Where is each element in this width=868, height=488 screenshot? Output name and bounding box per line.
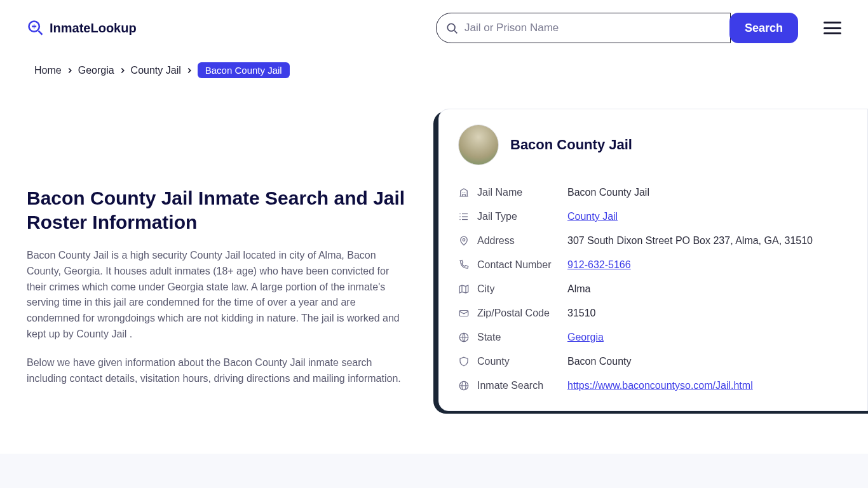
info-card-wrap: Bacon County Jail Jail NameBacon County …	[433, 104, 868, 411]
row-label: State	[477, 332, 560, 343]
hamburger-menu-icon[interactable]	[824, 22, 841, 34]
row-label: County	[477, 356, 560, 367]
main: Bacon County Jail Inmate Search and Jail…	[0, 78, 868, 411]
row-value[interactable]: 912-632-5166	[567, 259, 631, 271]
info-row: Jail NameBacon County Jail	[458, 180, 848, 205]
shield-icon	[458, 356, 470, 367]
row-value: 307 South Dixon Street PO Box 237, Alma,…	[567, 235, 813, 247]
magnify-glass-icon	[27, 19, 44, 37]
breadcrumb-state[interactable]: Georgia	[78, 65, 114, 76]
row-value: Alma	[567, 283, 590, 295]
info-row: Inmate Searchhttps://www.baconcountyso.c…	[458, 374, 848, 398]
chevron-right-icon	[185, 66, 194, 75]
list-icon	[458, 211, 470, 222]
map-icon	[458, 283, 470, 295]
breadcrumb: Home Georgia County Jail Bacon County Ja…	[0, 56, 868, 78]
svg-point-11	[459, 219, 461, 220]
row-value[interactable]: https://www.baconcountyso.com/Jail.html	[567, 380, 753, 391]
svg-point-10	[459, 216, 461, 217]
info-row: Jail TypeCounty Jail	[458, 205, 848, 229]
search-input[interactable]	[465, 22, 721, 34]
row-value[interactable]: County Jail	[567, 211, 618, 222]
row-label: Contact Number	[477, 259, 560, 271]
pin-icon	[458, 235, 470, 247]
info-card: Bacon County Jail Jail NameBacon County …	[438, 109, 868, 411]
logo[interactable]: InmateLookup	[27, 19, 137, 37]
mail-icon	[458, 308, 470, 319]
row-label: City	[477, 283, 560, 295]
row-value: Bacon County Jail	[567, 187, 649, 198]
info-row: Zip/Postal Code31510	[458, 301, 848, 325]
building-icon	[458, 187, 470, 198]
breadcrumb-current: Bacon County Jail	[198, 62, 290, 78]
breadcrumb-home[interactable]: Home	[34, 65, 62, 76]
row-value[interactable]: Georgia	[567, 332, 604, 343]
info-row: Contact Number912-632-5166	[458, 253, 848, 277]
row-label: Inmate Search	[477, 380, 560, 391]
card-header: Bacon County Jail	[458, 125, 848, 165]
intro-paragraph-1: Bacon County Jail is a high security Cou…	[27, 248, 408, 342]
breadcrumb-type[interactable]: County Jail	[131, 65, 181, 76]
logo-text: InmateLookup	[50, 21, 137, 36]
info-row: Address307 South Dixon Street PO Box 237…	[458, 229, 848, 253]
web-icon	[458, 380, 470, 391]
left-column: Bacon County Jail Inmate Search and Jail…	[27, 104, 408, 399]
search-icon	[445, 22, 458, 34]
search-wrap: Search	[436, 13, 798, 43]
chevron-right-icon	[118, 66, 127, 75]
page-title: Bacon County Jail Inmate Search and Jail…	[27, 186, 408, 234]
info-row: StateGeorgia	[458, 325, 848, 349]
row-value: Bacon County	[567, 356, 632, 367]
card-rows: Jail NameBacon County JailJail TypeCount…	[458, 180, 848, 398]
svg-point-12	[463, 239, 465, 241]
info-row: CityAlma	[458, 277, 848, 301]
jail-avatar	[458, 125, 499, 165]
phone-icon	[458, 259, 470, 271]
intro-paragraph-2: Below we have given information about th…	[27, 355, 408, 387]
row-label: Jail Name	[477, 187, 560, 198]
row-label: Jail Type	[477, 211, 560, 222]
chevron-right-icon	[65, 66, 74, 75]
footer-block	[0, 454, 868, 488]
svg-line-1	[39, 31, 43, 35]
info-row: CountyBacon County	[458, 349, 848, 374]
row-label: Zip/Postal Code	[477, 308, 560, 319]
row-value: 31510	[567, 308, 596, 319]
svg-point-9	[459, 214, 461, 215]
header: InmateLookup Search	[0, 0, 868, 56]
globe-icon	[458, 332, 470, 343]
svg-rect-13	[459, 311, 468, 316]
svg-line-5	[454, 30, 457, 33]
card-title: Bacon County Jail	[510, 137, 632, 153]
row-label: Address	[477, 235, 560, 247]
svg-point-4	[447, 24, 455, 31]
search-box	[436, 13, 731, 43]
search-button[interactable]: Search	[729, 13, 798, 43]
